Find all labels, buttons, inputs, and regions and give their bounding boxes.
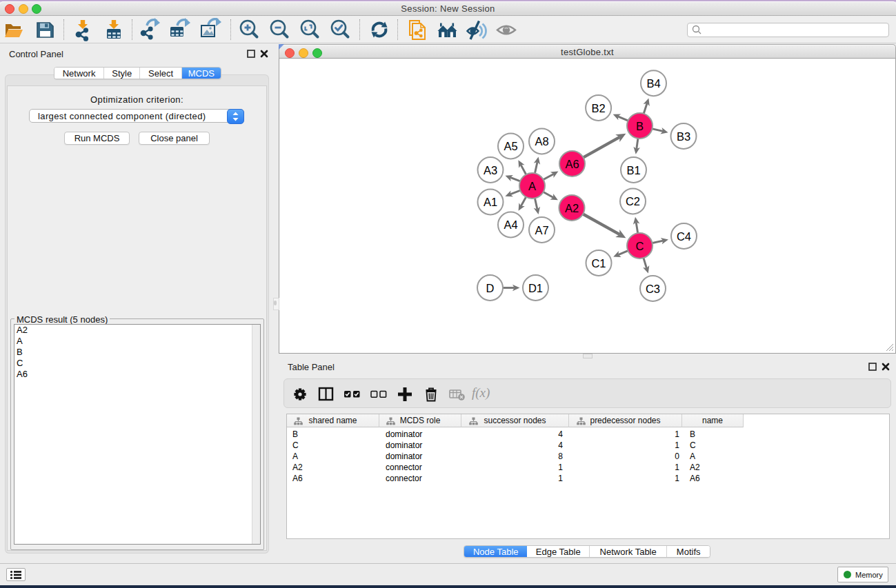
svg-text:A4: A4 xyxy=(504,219,517,231)
svg-text:B2: B2 xyxy=(592,102,606,114)
svg-text:A3: A3 xyxy=(484,164,497,176)
svg-text:C: C xyxy=(636,240,644,252)
svg-text:B: B xyxy=(636,120,644,132)
svg-text:A2: A2 xyxy=(565,202,579,214)
svg-text:A5: A5 xyxy=(504,140,517,152)
svg-text:C1: C1 xyxy=(591,257,606,270)
svg-text:A6: A6 xyxy=(565,158,579,170)
svg-text:B3: B3 xyxy=(677,130,690,143)
svg-text:C2: C2 xyxy=(626,195,640,207)
svg-text:C4: C4 xyxy=(677,230,691,243)
svg-text:D: D xyxy=(486,282,495,294)
svg-text:B1: B1 xyxy=(626,164,640,176)
svg-text:C3: C3 xyxy=(646,283,660,295)
svg-text:A7: A7 xyxy=(535,224,548,236)
svg-text:D1: D1 xyxy=(528,282,543,294)
svg-text:A8: A8 xyxy=(535,135,548,148)
svg-text:B4: B4 xyxy=(646,77,660,90)
svg-text:A: A xyxy=(528,180,536,192)
svg-text:A1: A1 xyxy=(484,196,497,208)
